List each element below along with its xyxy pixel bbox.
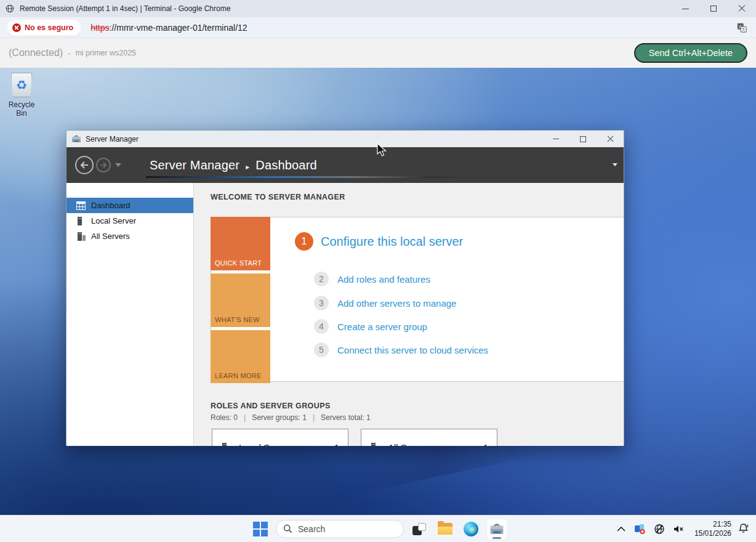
whats-new-ribbon[interactable]: WHAT'S NEW <box>211 273 270 327</box>
step-add-roles-and-features[interactable]: 2 Add roles and features <box>314 272 430 286</box>
maximize-icon <box>710 6 717 12</box>
url-remainder: ://mmr-vme-manager-01/terminal/12 <box>110 23 247 33</box>
step-create-server-group[interactable]: 4 Create a server group <box>314 319 427 334</box>
send-ctrl-alt-delete-button[interactable]: Send Ctrl+Alt+Delete <box>634 43 747 63</box>
server-manager-taskbar-button[interactable] <box>486 519 507 540</box>
stat-server-groups: Server groups: 1 <box>252 413 307 422</box>
stat-servers-total: Servers total: 1 <box>321 413 371 422</box>
remote-desktop[interactable]: ♻ Recycle Bin Server Manager Server Mana… <box>0 68 756 515</box>
server-manager-window: Server Manager Server Manager ▸ Dashboar… <box>66 130 624 445</box>
browser-minimize-button[interactable] <box>671 0 699 17</box>
step-number-badge: 5 <box>314 342 329 357</box>
stat-roles: Roles: 0 <box>211 413 238 422</box>
status-separator: - <box>68 49 70 58</box>
file-explorer-button[interactable] <box>435 519 456 540</box>
forward-button[interactable] <box>96 158 111 172</box>
tile-label: Local Server <box>239 442 291 447</box>
roles-and-server-groups-heading: ROLES AND SERVER GROUPS <box>211 402 331 410</box>
step-number-badge: 1 <box>295 232 313 251</box>
search-icon <box>283 524 292 533</box>
sidebar-item-label: All Servers <box>91 232 130 241</box>
browser-titlebar: Remote Session (Attempt 1 in 4sec) | Ter… <box>0 0 756 17</box>
start-button[interactable] <box>252 521 268 537</box>
maximize-icon <box>580 136 586 142</box>
tile-label: All Servers <box>388 442 433 447</box>
sidebar-item-label: Dashboard <box>91 201 131 210</box>
system-tray: 21:35 15/01/2026 z <box>614 516 756 542</box>
search-input[interactable] <box>298 524 390 534</box>
remote-session-bar: (Connected) - mi primer ws2025 Send Ctrl… <box>0 38 756 68</box>
sidebar-item-local-server[interactable]: Local Server <box>66 213 193 229</box>
stat-separator: | <box>313 413 315 422</box>
task-view-icon <box>412 523 426 535</box>
window-maximize-button[interactable] <box>569 131 597 147</box>
dashboard-icon <box>76 201 86 210</box>
taskbar: 21:35 15/01/2026 z <box>0 515 756 542</box>
notifications-bell-icon[interactable]: z <box>736 522 750 536</box>
window-minimize-button[interactable] <box>542 131 569 147</box>
all-servers-tile[interactable]: All Servers 1 <box>361 429 497 446</box>
step-add-other-servers[interactable]: 3 Add other servers to manage <box>314 296 456 310</box>
breadcrumb-dashboard[interactable]: Dashboard <box>255 158 317 172</box>
breadcrumb-server-manager[interactable]: Server Manager <box>150 158 239 172</box>
browser-close-button[interactable] <box>728 0 756 17</box>
step-number-badge: 3 <box>314 296 329 310</box>
step-link[interactable]: Add other servers to manage <box>337 298 456 309</box>
recycle-bin-label: Recycle Bin <box>4 100 39 118</box>
ribbon-label: LEARN MORE <box>215 372 262 379</box>
machine-name: mi primer ws2025 <box>75 49 136 57</box>
welcome-tile: QUICK START WHAT'S NEW LEARN MORE 1 Conf… <box>211 217 624 382</box>
recycle-bin[interactable]: ♻ Recycle Bin <box>4 73 39 118</box>
edge-button[interactable] <box>460 519 481 540</box>
step-configure-local-server[interactable]: 1 Configure this local server <box>295 232 463 251</box>
svg-text:文: 文 <box>741 27 746 31</box>
taskbar-search[interactable] <box>276 520 404 538</box>
window-close-button[interactable] <box>597 131 624 147</box>
step-link[interactable]: Configure this local server <box>321 235 463 249</box>
task-view-button[interactable] <box>409 519 430 540</box>
history-dropdown-icon[interactable] <box>115 163 121 167</box>
step-connect-cloud-services[interactable]: 5 Connect this server to cloud services <box>314 342 488 357</box>
browser-maximize-button[interactable] <box>699 0 728 17</box>
sidebar: Dashboard Local Server All Servers <box>66 183 194 446</box>
sidebar-item-dashboard[interactable]: Dashboard <box>66 198 193 213</box>
local-server-tile[interactable]: Local Server 1 <box>212 429 348 446</box>
step-number-badge: 4 <box>314 319 329 334</box>
mouse-cursor <box>376 143 387 158</box>
step-link[interactable]: Add roles and features <box>337 274 430 285</box>
local-server-icon <box>76 217 86 225</box>
url-bar[interactable]: https://mmr-vme-manager-01/terminal/12 <box>90 23 247 33</box>
all-servers-icon <box>76 232 86 241</box>
not-secure-icon <box>12 23 21 32</box>
ribbon-label: QUICK START <box>215 259 262 267</box>
clock-time: 21:35 <box>694 520 731 529</box>
sidebar-item-all-servers[interactable]: All Servers <box>66 229 193 244</box>
minimize-icon <box>553 139 559 139</box>
connection-status: (Connected) <box>9 47 63 59</box>
url-scheme: https <box>90 23 109 33</box>
stat-separator: | <box>244 413 246 422</box>
loading-shimmer <box>146 176 478 178</box>
back-button[interactable] <box>75 156 94 174</box>
step-link[interactable]: Create a server group <box>337 322 427 332</box>
step-number-badge: 2 <box>314 272 329 286</box>
tray-overflow-chevron-icon[interactable] <box>614 522 628 536</box>
back-arrow-icon <box>80 161 89 169</box>
server-manager-titlebar[interactable]: Server Manager <box>66 131 624 147</box>
learn-more-ribbon[interactable]: LEARN MORE <box>211 330 270 383</box>
security-badge[interactable]: No es seguro <box>7 20 81 35</box>
navbar-overflow-icon[interactable] <box>613 163 617 166</box>
taskbar-clock[interactable]: 21:35 15/01/2026 <box>694 520 731 538</box>
network-disconnected-icon[interactable] <box>653 522 666 536</box>
step-link[interactable]: Connect this server to cloud services <box>337 345 488 355</box>
welcome-heading: WELCOME TO SERVER MANAGER <box>211 193 345 201</box>
ribbon-label: WHAT'S NEW <box>215 316 260 323</box>
server-manager-navbar: Server Manager ▸ Dashboard <box>66 147 624 183</box>
svg-text:z: z <box>746 524 749 528</box>
remote-agent-status-icon[interactable] <box>633 522 647 536</box>
minimize-icon <box>682 9 689 9</box>
breadcrumb-separator-icon: ▸ <box>246 163 249 171</box>
volume-muted-icon[interactable] <box>672 522 685 536</box>
quick-start-ribbon[interactable]: QUICK START <box>211 217 270 270</box>
translate-icon[interactable]: A文 <box>736 22 747 33</box>
